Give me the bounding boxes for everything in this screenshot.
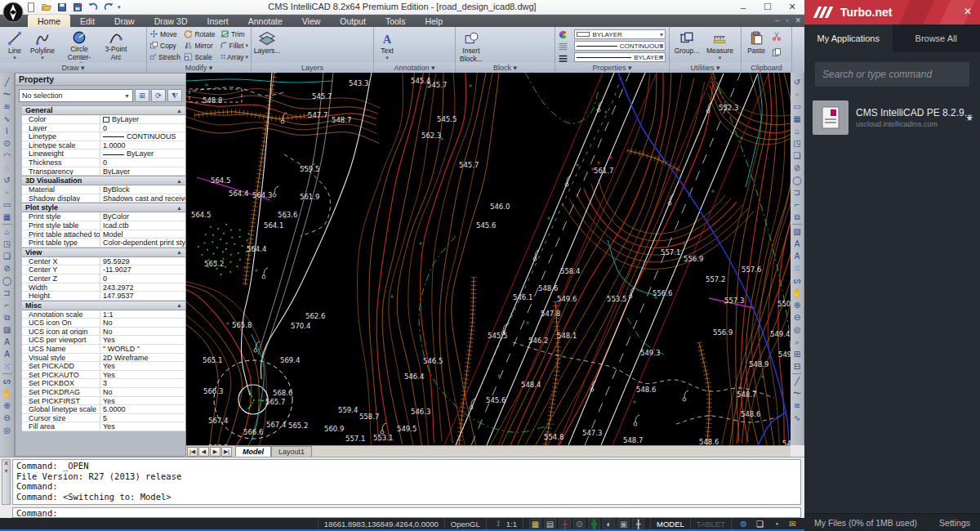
ellipse-icon[interactable]: ◌ (1, 162, 13, 174)
ribbon-group-label[interactable]: Draw ▾ (0, 63, 146, 73)
arc-icon[interactable]: ◠ (1, 149, 13, 162)
tab-layout1[interactable]: Layout1 (271, 446, 312, 457)
donut-icon[interactable]: ◯ (791, 174, 804, 186)
ribbon-button-trim[interactable]: Trim (220, 29, 248, 39)
ribbon-button-circle-center-radius[interactable]: Circle Center-Radius ▾ (58, 29, 100, 63)
model-space-toggle[interactable]: MODEL (650, 518, 690, 529)
menu-tab-draw-3d[interactable]: Draw 3D (145, 15, 198, 27)
property-row[interactable]: Center X 95.5929 (22, 257, 185, 266)
ribbon-group-label[interactable]: Utilities ▾ (670, 63, 741, 73)
next-tab-button[interactable]: ▶ (210, 447, 220, 457)
settings-link[interactable]: Settings (939, 518, 970, 528)
ribbon-button-mirror[interactable]: Mirror (184, 40, 216, 51)
polyline-icon[interactable]: 〜 (791, 387, 804, 399)
mdi-window-controls[interactable]: ‒▫✕ (775, 16, 801, 25)
ribbon-button-line[interactable]: Line ▾ (2, 29, 27, 63)
ribbon-button-polyline[interactable]: Polyline ▾ (27, 29, 58, 63)
property-row[interactable]: Linetype scale 1.0000 (22, 141, 185, 150)
coordinates-readout[interactable]: 18661.8983,136849.4264,0.0000 (318, 518, 444, 529)
rectangle-icon[interactable]: ▭ (1, 199, 13, 211)
hatch-icon[interactable]: ▦ (1, 211, 13, 223)
ribbon-group-label[interactable]: Clipboard (742, 63, 791, 73)
property-palette-title[interactable]: Property (16, 74, 185, 86)
minimize-button[interactable]: – (731, 0, 755, 14)
trim-icon[interactable]: ⊘ (791, 162, 804, 174)
linetype-dropdown[interactable]: CONTINUOUS▼ (574, 41, 666, 51)
zoom-in-icon[interactable]: ⊕ (791, 299, 804, 311)
offset-icon[interactable]: ⌐ (1, 299, 13, 311)
cut-button[interactable] (772, 29, 782, 44)
plane-icon[interactable]: ⊐ (1, 287, 13, 299)
select-objects-button[interactable]: ⟳ (151, 89, 166, 102)
app-list-item[interactable]: CMS IntelliCAD PE 8.2.9... uscloud.intel… (804, 96, 980, 139)
region-icon[interactable]: ⌂ (1, 225, 13, 238)
group-button[interactable]: Group... (672, 29, 702, 63)
pan-icon[interactable]: ✋ (791, 287, 804, 299)
property-row[interactable]: Center Z 0 (22, 274, 185, 283)
plane-icon[interactable]: ⊐ (791, 186, 804, 199)
property-row[interactable]: Height 147.9537 (22, 292, 185, 301)
redo-icon[interactable] (102, 2, 115, 13)
property-row[interactable]: UCS per viewport Yes (22, 336, 185, 345)
copy-icon[interactable]: ❏ (791, 149, 804, 162)
property-row[interactable]: Global linetype scale 5.0000 (22, 405, 185, 414)
polyline-icon[interactable]: 〜 (1, 88, 13, 100)
copy-icon[interactable]: ❏ (1, 250, 13, 262)
spline-icon[interactable]: ≋ (1, 100, 13, 113)
revision-icon[interactable]: ↺ (791, 76, 804, 88)
freehand-icon[interactable]: ∿ (791, 412, 804, 424)
divide-icon[interactable]: ⁙ (1, 360, 13, 373)
viewport-icon[interactable]: ◳ (791, 137, 804, 149)
ribbon-group-label[interactable]: Block ▾ (456, 63, 555, 73)
command-close-icon[interactable]: ✕ (3, 460, 9, 467)
viewport-icon[interactable]: ◳ (1, 238, 13, 250)
filter-button[interactable]: ⧨ (167, 89, 182, 102)
drawing-canvas[interactable]: 543.3545.7545.4545.7547.7548.7548.8545.5… (186, 73, 791, 445)
mdi-minimize-icon[interactable]: ‒ (775, 16, 779, 25)
polar-icon[interactable]: ⊙ (573, 519, 586, 529)
divide-icon[interactable]: ⁙ (791, 262, 804, 274)
property-row[interactable]: Layer 0 (22, 124, 185, 133)
maximize-button[interactable]: ☐ (755, 0, 780, 14)
menu-tab-home[interactable]: Home (28, 15, 70, 27)
save-as-icon[interactable] (71, 2, 84, 13)
tab-my-applications[interactable]: My Applications (804, 25, 893, 52)
command-pin-icon[interactable]: ▾ (4, 467, 7, 475)
dyn-icon[interactable]: ╂ (632, 519, 644, 529)
ribbon-button-array[interactable]: Array▾ (220, 51, 248, 62)
annotation-scale-indicator[interactable]: ⟟ 1:1 (486, 518, 523, 529)
mail-icon[interactable]: ✉ (786, 519, 799, 529)
menu-tab-annotate[interactable]: Annotate (238, 15, 292, 27)
pattern-icon[interactable]: ▨ (791, 225, 804, 238)
revision-icon[interactable]: ↺ (1, 174, 13, 186)
renderer-indicator[interactable]: OpenGL (444, 518, 486, 529)
property-row[interactable]: Lineweight ByLayer (22, 149, 185, 158)
close-button[interactable]: ✕ (780, 0, 804, 14)
property-row[interactable]: Print style table Icad.ctb (22, 221, 185, 230)
property-row[interactable]: UCS icon On No (22, 319, 185, 328)
mdi-close-icon[interactable]: ✕ (795, 16, 801, 25)
property-row[interactable]: Set PICKADD Yes (22, 362, 185, 371)
explode-icon[interactable]: ᔕ (1, 375, 13, 387)
ribbon-button-3-point-arc[interactable]: 3-Point Arc ▾ (100, 29, 131, 63)
property-row[interactable]: Width 243.2972 (22, 283, 185, 292)
zoom-all-icon[interactable]: ⊞ (791, 348, 804, 360)
property-row[interactable]: UCS icon at origin No (22, 328, 185, 337)
section-header-general[interactable]: General▲ (22, 105, 185, 115)
open-file-icon[interactable] (40, 2, 53, 13)
donut-icon[interactable]: ◯ (1, 274, 13, 287)
zoom-out-icon[interactable]: ⊖ (791, 311, 804, 324)
section-header-view[interactable]: View▲ (22, 248, 185, 257)
layers-stack-icon[interactable]: ❏ (754, 519, 766, 529)
menu-tab-view[interactable]: View (292, 15, 331, 27)
offset-icon[interactable]: ⌐ (791, 199, 804, 211)
text-icon[interactable]: A (791, 238, 804, 250)
snap-icon[interactable]: ▦ (529, 519, 541, 529)
menu-tab-edit[interactable]: Edit (70, 15, 105, 27)
last-tab-button[interactable]: ▶| (221, 447, 232, 457)
ribbon-button-move[interactable]: Move (149, 29, 180, 39)
measure-button[interactable]: Measure▾ (705, 29, 734, 63)
menu-tab-output[interactable]: Output (330, 15, 376, 27)
ribbon-button-scale[interactable]: Scale (184, 51, 216, 62)
line-icon[interactable]: ╱ (791, 375, 804, 387)
